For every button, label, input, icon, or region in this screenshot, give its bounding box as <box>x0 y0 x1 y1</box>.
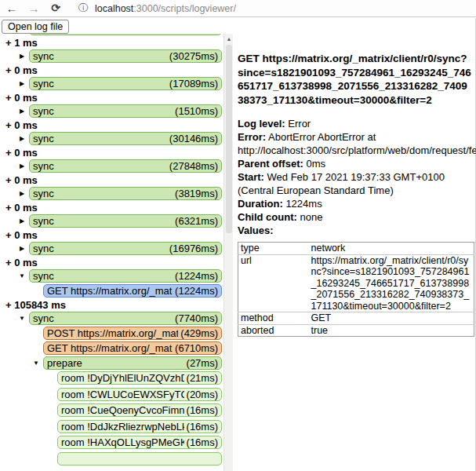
tree-row: room !HAXqOLLysgPMeGKh…(16ms) <box>0 436 223 449</box>
log-entry-sync[interactable]: sync(1224ms) <box>29 269 222 283</box>
log-entry-duration: (30146ms) <box>167 133 218 144</box>
log-entry-label: room !DyDjYhlElUnZQVzhD… <box>61 372 184 384</box>
log-entry-label: room !CueQoenyCvcoFimnsf… <box>61 404 184 416</box>
log-entry-sync[interactable]: sync(27848ms) <box>29 159 222 173</box>
log-entry-sync[interactable]: sync(30146ms) <box>29 132 222 145</box>
log-entry-sync[interactable]: prepare(27ms) <box>43 356 222 370</box>
detail-field: Log level: Error <box>238 117 473 130</box>
log-entry-sync[interactable]: sync(6321ms) <box>29 214 222 228</box>
log-entry-sync[interactable]: sync(7740ms) <box>29 312 222 325</box>
collapse-arrow-icon[interactable]: ▶ <box>15 77 29 90</box>
values-table: typenetworkurlhttps://matrix.org/_matrix… <box>238 242 474 337</box>
collapse-arrow-icon[interactable]: ▶ <box>15 159 29 173</box>
detail-field: Child count: none <box>238 210 473 224</box>
collapse-arrow-icon[interactable]: ▶ <box>15 49 29 63</box>
logviewer-page: Open log file + 1 ms▶sync(30275ms)+ 0 ms… <box>0 18 476 471</box>
collapse-arrow-icon[interactable]: ▶ <box>15 104 29 118</box>
field-label: Log level: <box>238 118 285 130</box>
field-label: Child count: <box>238 211 297 223</box>
log-entry-selected[interactable]: GET https://matrix.org/_matri…(1224ms) <box>43 284 222 298</box>
field-label: Start: <box>238 171 264 183</box>
log-entry-room[interactable]: room !HAXqOLLysgPMeGKh…(16ms) <box>57 436 222 449</box>
collapse-arrow-icon[interactable]: ▶ <box>15 132 29 145</box>
tree-row: ▼prepare(27ms) <box>0 356 223 370</box>
tree-row: ▼sync(7740ms) <box>0 312 223 325</box>
expand-arrow-icon[interactable]: ▼ <box>15 312 29 325</box>
tree-row: POST https://matrix.org/_matri…(429ms) <box>0 327 223 340</box>
logviewer-app: ← → ⟳ ⓘ localhost:3000/scripts/logviewer… <box>0 0 476 471</box>
log-entry-label: prepare <box>47 357 184 369</box>
site-info-icon[interactable]: ⓘ <box>77 0 89 16</box>
log-entry-room[interactable] <box>57 452 222 466</box>
log-entry-label: GET https://matrix.org/_matri… <box>47 342 173 354</box>
value-key: aborted <box>238 324 309 337</box>
log-entry-sync[interactable]: sync(17089ms) <box>29 77 222 90</box>
detail-field: Duration: 1224ms <box>238 197 473 210</box>
collapse-arrow-icon[interactable]: ▶ <box>15 187 29 200</box>
time-offset-label: + 0 ms <box>5 203 223 213</box>
expand-arrow-icon[interactable]: ▼ <box>15 269 29 283</box>
time-offset-label: + 0 ms <box>5 93 223 103</box>
log-entry-duration: (17089ms) <box>167 78 218 89</box>
log-entry-duration: (7740ms) <box>173 312 218 324</box>
reload-icon[interactable]: ⟳ <box>47 0 64 16</box>
open-log-file-button[interactable]: Open log file <box>2 20 69 34</box>
log-entry-duration: (16ms) <box>184 404 218 416</box>
values-table-row: urlhttps://matrix.org/_matrix/client/r0/… <box>238 254 474 312</box>
time-offset-label: + 0 ms <box>5 65 223 75</box>
log-entry-sync[interactable] <box>29 34 222 35</box>
tree-scrollbar[interactable]: ▲ <box>223 34 233 471</box>
back-icon[interactable]: ← <box>3 0 20 16</box>
log-entry-room[interactable]: room !CWLUCoEWXSFyTC…(20ms) <box>57 388 222 401</box>
log-entry-room[interactable]: room !DyDjYhlElUnZQVzhD…(21ms) <box>57 371 222 385</box>
log-entry-duration: (16976ms) <box>167 243 218 254</box>
log-entry-room[interactable]: room !CueQoenyCvcoFimnsf…(16ms) <box>57 403 222 417</box>
address-bar[interactable]: localhost:3000/scripts/logviewer/ <box>95 3 236 14</box>
tree-row: room !DyDjYhlElUnZQVzhD…(21ms) <box>0 371 223 385</box>
log-entry-duration: (6710ms) <box>173 342 218 354</box>
value-value: GET <box>309 312 474 325</box>
log-entry-sync[interactable]: sync(30275ms) <box>29 49 222 63</box>
collapse-arrow-icon[interactable]: ▶ <box>15 242 29 255</box>
log-entry-label: sync <box>33 78 167 89</box>
log-entry-label: sync <box>33 270 173 282</box>
tree-row: ▶sync(30146ms) <box>0 132 223 145</box>
log-entry-label: sync <box>33 312 173 324</box>
tree-row: room !CWLUCoEWXSFyTC…(20ms) <box>0 388 223 401</box>
expand-arrow-icon[interactable]: ▼ <box>29 356 43 370</box>
log-detail-panel: GET https://matrix.org/_matrix/client/r0… <box>233 34 476 471</box>
browser-toolbar: ← → ⟳ ⓘ localhost:3000/scripts/logviewer… <box>0 0 476 17</box>
log-entry-duration: (16ms) <box>184 421 218 433</box>
tree-row: ▶sync(1510ms) <box>0 104 223 118</box>
log-entry-sync[interactable]: sync(3819ms) <box>29 187 222 200</box>
tree-row: room !CueQoenyCvcoFimnsf…(16ms) <box>0 403 223 417</box>
tree-row <box>0 34 223 35</box>
time-offset-label: + 0 ms <box>5 257 223 268</box>
log-entry-sync[interactable]: sync(16976ms) <box>29 242 222 255</box>
log-entry-sync[interactable]: sync(1510ms) <box>29 104 222 118</box>
tree-row: ▶sync(17089ms) <box>0 77 223 90</box>
values-table-row: typenetwork <box>238 243 474 255</box>
value-value: https://matrix.org/_matrix/client/r0/syn… <box>309 254 474 312</box>
scrollbar-thumb[interactable] <box>226 45 232 233</box>
tree-row: ▶sync(3819ms) <box>0 187 223 200</box>
log-entry-label: POST https://matrix.org/_matri… <box>47 327 178 339</box>
time-offset-label: + 0 ms <box>5 230 223 240</box>
value-key: method <box>238 312 309 325</box>
log-entry-label: sync <box>33 188 173 199</box>
log-entry-room[interactable]: room !DdJkzRliezrwpNebLk:…(16ms) <box>57 420 222 433</box>
tree-row: ▶sync(6321ms) <box>0 214 223 228</box>
collapse-arrow-icon[interactable]: ▶ <box>15 214 29 228</box>
log-entry-label: room !DdJkzRliezrwpNebLk:… <box>61 421 184 433</box>
time-offset-label: + 0 ms <box>5 175 223 185</box>
log-entry-label: room !CWLUCoEWXSFyTC… <box>61 389 184 400</box>
log-entry-request[interactable]: POST https://matrix.org/_matri…(429ms) <box>43 327 222 340</box>
log-entry-duration: (27848ms) <box>167 160 218 172</box>
tree-row <box>0 452 223 466</box>
log-entry-request[interactable]: GET https://matrix.org/_matri…(6710ms) <box>43 341 222 355</box>
tree-row: ▶sync(16976ms) <box>0 242 223 255</box>
detail-field: Parent offset: 0ms <box>238 157 473 170</box>
value-value: true <box>309 324 474 337</box>
log-entry-label: sync <box>33 133 167 144</box>
forward-icon[interactable]: → <box>25 0 42 16</box>
